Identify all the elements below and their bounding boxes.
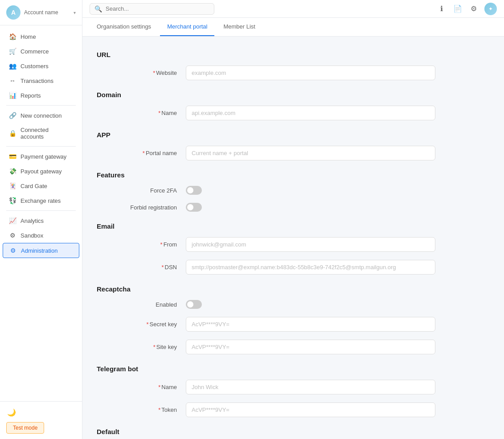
site-key-field-group: *Site key (97, 340, 490, 354)
sidebar-item-label: Reports (20, 92, 41, 99)
secret-key-input[interactable] (186, 317, 435, 332)
sidebar-item-label: Connected accounts (20, 127, 73, 140)
sidebar-item-administration[interactable]: ⚙ Administration (3, 243, 79, 258)
tabs-bar: Organisation settings Merchant portal Me… (82, 18, 504, 37)
sidebar-item-transactions[interactable]: ↔ Transactions (3, 74, 79, 88)
info-icon[interactable]: ℹ (436, 4, 447, 14)
site-key-input[interactable] (186, 340, 435, 354)
document-icon[interactable]: 📄 (452, 4, 463, 14)
sidebar-item-analytics[interactable]: 📈 Analytics (3, 213, 79, 228)
test-mode-button[interactable]: Test mode (6, 422, 44, 434)
sidebar-item-exchange-rates[interactable]: 💱 Exchange rates (3, 193, 79, 208)
logo-avatar: A (6, 5, 20, 20)
sidebar-header: A Account name ▾ (0, 0, 82, 25)
sidebar-item-sandbox[interactable]: ⚙ Sandbox (3, 228, 79, 242)
tg-name-label: *Name (97, 384, 186, 390)
topbar-icons: ℹ 📄 ⚙ ✦ (436, 3, 497, 15)
home-icon: 🏠 (9, 33, 16, 40)
sidebar-item-new-connection[interactable]: 🔗 New connection (3, 108, 79, 123)
app-title: APP (97, 131, 490, 139)
sidebar-item-connected-accounts[interactable]: 🔒 Connected accounts (3, 123, 79, 144)
force-2fa-toggle[interactable] (186, 186, 202, 195)
email-section: Email *From *DSN (97, 222, 490, 275)
website-field-group: *Website (97, 66, 490, 80)
chevron-down-icon[interactable]: ▾ (74, 10, 76, 15)
theme-icon[interactable]: 🌙 (6, 407, 17, 418)
settings-icon[interactable]: ⚙ (468, 4, 479, 14)
administration-icon: ⚙ (9, 247, 16, 254)
enabled-toggle-wrapper (186, 300, 202, 309)
telegram-title: Telegram bot (97, 365, 490, 373)
sidebar-item-label: Card Gate (20, 183, 47, 189)
commerce-icon: 🛒 (9, 48, 16, 55)
tg-name-input[interactable] (186, 380, 435, 394)
secret-key-label: *Secret key (97, 321, 186, 328)
from-input[interactable] (186, 237, 435, 252)
sidebar-item-commerce[interactable]: 🛒 Commerce (3, 44, 79, 58)
nav-divider-1 (6, 105, 76, 106)
search-icon: 🔍 (94, 5, 102, 12)
website-label: *Website (97, 70, 186, 76)
website-input[interactable] (186, 66, 435, 80)
features-title: Features (97, 171, 490, 179)
recaptcha-title: Recaptcha (97, 285, 490, 293)
sidebar-item-label: Sandbox (20, 232, 43, 239)
sidebar-item-payout-gateway[interactable]: 💸 Payout gateway (3, 164, 79, 178)
search-box[interactable]: 🔍 (90, 3, 214, 15)
domain-name-input[interactable] (186, 106, 435, 120)
telegram-section: Telegram bot *Name *Token (97, 365, 490, 417)
enabled-label: Enabled (97, 301, 186, 308)
tab-member-list[interactable]: Member List (216, 18, 262, 36)
tab-organisation-settings[interactable]: Organisation settings (90, 18, 158, 36)
dsn-input[interactable] (186, 260, 435, 275)
sidebar-nav: 🏠 Home 🛒 Commerce 👥 Customers ↔ Transact… (0, 25, 82, 401)
sidebar-item-card-gate[interactable]: 🃏 Card Gate (3, 179, 79, 193)
sidebar-bottom: 🌙 Test mode (0, 401, 82, 439)
content-area: URL *Website Domain *Name APP *Portal na… (82, 37, 504, 439)
url-section: URL *Website (97, 51, 490, 80)
sidebar-item-label: Home (20, 33, 36, 40)
exchange-rates-icon: 💱 (9, 197, 16, 204)
payout-gateway-icon: 💸 (9, 168, 16, 175)
from-field-group: *From (97, 237, 490, 252)
email-title: Email (97, 222, 490, 230)
search-input[interactable] (106, 5, 209, 12)
new-connection-icon: 🔗 (9, 112, 16, 119)
tg-token-field-group: *Token (97, 402, 490, 417)
recaptcha-section: Recaptcha Enabled *Secret key *Site key (97, 285, 490, 354)
force-2fa-toggle-wrapper (186, 186, 202, 195)
card-gate-icon: 🃏 (9, 182, 16, 189)
domain-section: Domain *Name (97, 91, 490, 120)
main-area: 🔍 ℹ 📄 ⚙ ✦ Organisation settings Merchant… (82, 0, 504, 439)
sidebar: A Account name ▾ 🏠 Home 🛒 Commerce 👥 Cus… (0, 0, 82, 439)
portal-name-input[interactable] (186, 146, 435, 160)
customers-icon: 👥 (9, 62, 16, 70)
dsn-label: *DSN (97, 264, 186, 271)
sidebar-item-label: Payout gateway (20, 168, 62, 175)
forbid-registration-field-group: Forbid registration (97, 203, 490, 212)
enabled-field-group: Enabled (97, 300, 490, 309)
nav-divider-2 (6, 146, 76, 147)
tab-merchant-portal[interactable]: Merchant portal (160, 18, 214, 36)
sidebar-item-customers[interactable]: 👥 Customers (3, 59, 79, 73)
features-section: Features Force 2FA Forbid registration (97, 171, 490, 212)
app-section: APP *Portal name (97, 131, 490, 160)
sidebar-item-home[interactable]: 🏠 Home (3, 29, 79, 44)
user-avatar-icon[interactable]: ✦ (484, 3, 497, 15)
sidebar-item-payment-gateway[interactable]: 💳 Payment gateway (3, 149, 79, 164)
tg-token-label: *Token (97, 406, 186, 413)
domain-title: Domain (97, 91, 490, 98)
domain-name-field-group: *Name (97, 106, 490, 120)
force-2fa-field-group: Force 2FA (97, 186, 490, 195)
force-2fa-slider (186, 186, 202, 195)
from-label: *From (97, 241, 186, 248)
domain-name-label: *Name (97, 110, 186, 116)
forbid-registration-toggle[interactable] (186, 203, 202, 212)
tg-token-input[interactable] (186, 402, 435, 417)
forbid-registration-toggle-wrapper (186, 203, 202, 212)
url-title: URL (97, 51, 490, 58)
default-title: Default (97, 428, 490, 435)
enabled-toggle[interactable] (186, 300, 202, 309)
sidebar-item-reports[interactable]: 📊 Reports (3, 88, 79, 103)
reports-icon: 📊 (9, 92, 16, 99)
